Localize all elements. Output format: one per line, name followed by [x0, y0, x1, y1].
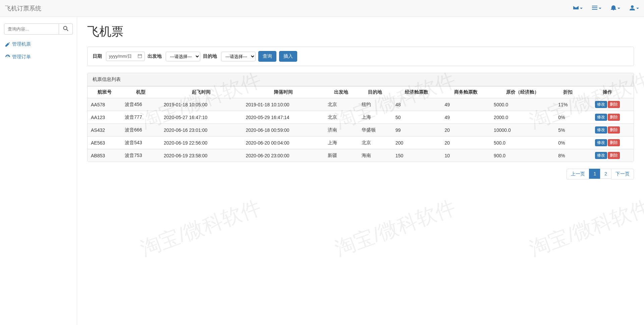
table-row: AA123波音7772020-05-27 16:47:102020-05-29 … [88, 111, 634, 124]
svg-rect-1 [592, 7, 597, 8]
date-label: 日期 [93, 53, 102, 59]
table-header-cell: 商务舱票数 [441, 87, 491, 98]
table-cell-origin: 北京 [324, 98, 358, 111]
table-cell-depart: 2020-06-19 23:58:00 [160, 149, 242, 162]
table-cell-discount: 11% [555, 98, 581, 111]
caret-down-icon [636, 8, 639, 9]
table-cell-model: 波音456 [121, 98, 160, 111]
table-cell-economy_seats: 99 [392, 124, 441, 137]
edit-button[interactable]: 修改 [595, 152, 607, 159]
navbar-right [573, 5, 639, 11]
table-cell-depart: 2020-06-16 23:01:00 [160, 124, 242, 137]
sidebar-nav: 管理机票 管理订单 [0, 38, 77, 63]
table-cell-origin: 新疆 [324, 149, 358, 162]
sidebar-search [0, 20, 77, 38]
sidebar: 管理机票 管理订单 [0, 17, 77, 325]
table-heading: 机票信息列表 [88, 73, 634, 86]
table-row: AE563波音5432020-06-19 22:56:002020-06-20 … [88, 137, 634, 149]
svg-rect-2 [592, 9, 597, 10]
dest-select[interactable]: ---请选择--- [221, 52, 256, 61]
search-input[interactable] [4, 23, 59, 35]
app-title: 飞机订票系统 [5, 4, 41, 12]
edit-button[interactable]: 修改 [595, 101, 607, 108]
insert-button[interactable]: 插入 [279, 51, 297, 62]
table-cell-origin: 上海 [324, 137, 358, 149]
svg-point-4 [64, 26, 67, 30]
table-header-cell: 降落时间 [243, 87, 324, 98]
table-cell-actions: 修改删除 [581, 124, 634, 137]
table-cell-actions: 修改删除 [581, 111, 634, 124]
table-cell-arrive: 2020-05-29 16:47:14 [243, 111, 324, 124]
search-button[interactable] [59, 23, 73, 35]
origin-select[interactable]: ---请选择--- [166, 52, 200, 61]
table-cell-actions: 修改删除 [581, 137, 634, 149]
table-header-cell: 折扣 [555, 87, 581, 98]
table-cell-price: 5000.0 [490, 98, 555, 111]
table-cell-flight_no: AE563 [88, 137, 121, 149]
delete-button[interactable]: 删除 [608, 101, 620, 108]
nav-bell-dropdown[interactable] [611, 5, 620, 11]
caret-down-icon [580, 8, 583, 9]
table-cell-discount: 0% [555, 111, 581, 124]
table-cell-price: 500.0 [490, 137, 555, 149]
table-cell-model: 波音777 [121, 111, 160, 124]
svg-line-5 [67, 30, 68, 31]
table-cell-economy_seats: 50 [392, 111, 441, 124]
main-content: 淘宝/微科软件 淘宝/微科软件 淘宝/微科软件 淘宝/微科软件 淘宝/微科软件 … [77, 17, 644, 325]
delete-button[interactable]: 删除 [608, 114, 620, 121]
pagination-page[interactable]: 1 [589, 169, 600, 179]
table-cell-business_seats: 49 [441, 98, 491, 111]
page-title: 飞机票 [87, 23, 634, 40]
table-cell-price: 2000.0 [490, 111, 555, 124]
table-cell-model: 波音543 [121, 137, 160, 149]
nav-mail-dropdown[interactable] [573, 5, 583, 11]
edit-button[interactable]: 修改 [595, 139, 607, 146]
table-cell-economy_seats: 150 [392, 149, 441, 162]
sidebar-item-label: 管理订单 [12, 54, 31, 60]
pagination-next[interactable]: 下一页 [611, 169, 634, 179]
sidebar-item-manage-flights[interactable]: 管理机票 [5, 41, 71, 47]
sidebar-item-manage-orders[interactable]: 管理订单 [5, 54, 71, 60]
table-cell-economy_seats: 200 [392, 137, 441, 149]
date-input[interactable]: yyyy/mm/日 [106, 52, 145, 61]
filter-panel: 日期 yyyy/mm/日 出发地 ---请选择--- 目的地 ---请选择---… [87, 47, 634, 66]
user-icon [630, 5, 635, 11]
table-header-cell: 原价（经济舱） [490, 87, 555, 98]
table-cell-depart: 2020-05-27 16:47:10 [160, 111, 242, 124]
pagination-prev[interactable]: 上一页 [567, 169, 589, 179]
svg-rect-0 [592, 6, 597, 6]
edit-button[interactable]: 修改 [595, 114, 607, 121]
dashboard-icon [5, 54, 10, 60]
flights-table: 航班号机型起飞时间降落时间出发地目的地经济舱票数商务舱票数原价（经济舱）折扣操作… [88, 86, 634, 162]
table-cell-dest: 上海 [358, 111, 392, 124]
table-header-cell: 操作 [581, 87, 634, 98]
table-row: AA578波音4562019-01-18 10:05:002019-01-18 … [88, 98, 634, 111]
table-cell-model: 波音666 [121, 124, 160, 137]
pagination-page[interactable]: 2 [600, 169, 611, 179]
table-cell-business_seats: 49 [441, 111, 491, 124]
table-row: AB853波音7532020-06-19 23:58:002020-06-20 … [88, 149, 634, 162]
delete-button[interactable]: 删除 [608, 152, 620, 159]
table-header-cell: 出发地 [324, 87, 358, 98]
table-cell-business_seats: 20 [441, 124, 491, 137]
table-cell-dest: 北京 [358, 137, 392, 149]
origin-label: 出发地 [148, 53, 162, 59]
search-button[interactable]: 查询 [258, 51, 276, 62]
delete-button[interactable]: 删除 [608, 126, 620, 133]
dest-label: 目的地 [203, 53, 217, 59]
table-cell-flight_no: AS432 [88, 124, 121, 137]
table-cell-discount: 0% [555, 137, 581, 149]
table-cell-dest: 华盛顿 [358, 124, 392, 137]
table-cell-dest: 海南 [358, 149, 392, 162]
table-cell-flight_no: AA578 [88, 98, 121, 111]
nav-list-dropdown[interactable] [592, 5, 601, 11]
delete-button[interactable]: 删除 [608, 139, 620, 146]
mail-icon [573, 5, 579, 11]
edit-button[interactable]: 修改 [595, 126, 607, 133]
table-cell-depart: 2019-01-18 10:05:00 [160, 98, 242, 111]
bell-icon [611, 5, 616, 11]
table-header-row: 航班号机型起飞时间降落时间出发地目的地经济舱票数商务舱票数原价（经济舱）折扣操作 [88, 87, 634, 98]
table-cell-business_seats: 20 [441, 137, 491, 149]
nav-user-dropdown[interactable] [630, 5, 639, 11]
table-cell-price: 10000.0 [490, 124, 555, 137]
